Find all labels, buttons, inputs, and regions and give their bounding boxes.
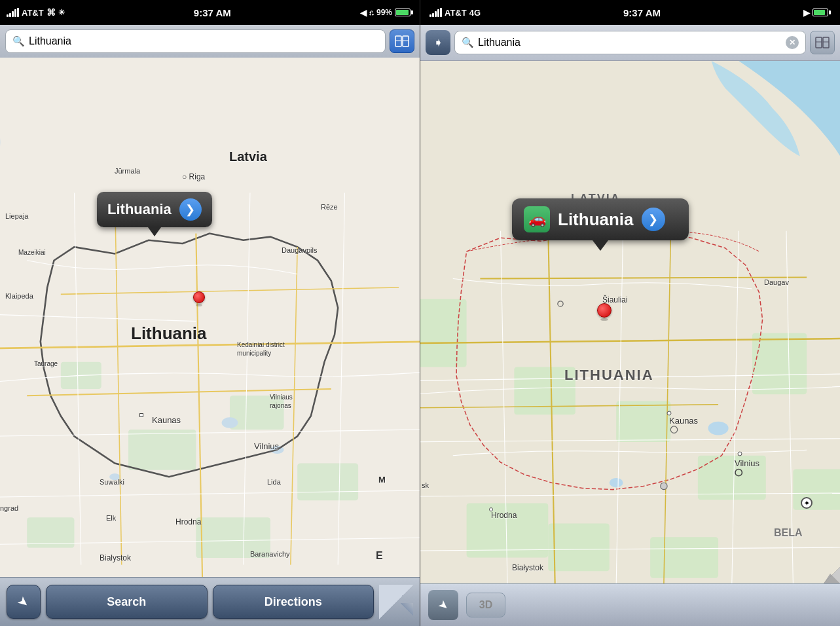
location-icon-left: ◀ xyxy=(360,8,367,18)
svg-rect-5 xyxy=(128,430,196,470)
circle-marker-left xyxy=(139,413,143,417)
search-icon-left: 🔍 xyxy=(12,35,25,47)
circle-star-right: ✦ xyxy=(801,497,813,509)
book-icon-right xyxy=(815,37,830,48)
right-panel: AT&T 4G 9:37 AM ▶ ➧ 🔍 Lithuania ✕ xyxy=(420,0,840,626)
map-left[interactable]: Latvia Jūrmala ○ Riga Jelgava Rēze Liepa… xyxy=(0,58,420,577)
right-status-icons-right: ▶ xyxy=(803,8,831,18)
status-bar-left: AT&T ⌘ ✳ 9:37 AM ◀ ⎌ 99% xyxy=(0,0,420,25)
directions-button-left[interactable]: Directions xyxy=(213,585,374,619)
battery-right xyxy=(813,9,831,16)
callout-arrow-left: ❯ xyxy=(179,198,202,221)
svg-point-13 xyxy=(109,473,120,480)
svg-rect-28 xyxy=(823,37,829,48)
directions-icon-right[interactable]: ➧ xyxy=(426,30,450,55)
svg-rect-1 xyxy=(403,36,409,46)
location-icon-right-btn: ➤ xyxy=(435,597,452,614)
loading-icon-left: ✳ xyxy=(58,8,65,17)
svg-rect-39 xyxy=(548,524,610,572)
svg-point-59 xyxy=(661,483,667,489)
map-right[interactable]: Baltic LATVIA Daugav Šiauliai LITHUANIA … xyxy=(420,61,840,583)
left-status-icons: AT&T ⌘ ✳ xyxy=(7,7,65,18)
carrier-right: AT&T xyxy=(445,8,467,18)
page-curl-button-left[interactable] xyxy=(379,585,413,619)
status-bar-right: AT&T 4G 9:37 AM ▶ xyxy=(420,0,840,25)
svg-rect-10 xyxy=(196,517,270,558)
callout-right[interactable]: 🚗 Lithuania ❯ xyxy=(512,198,689,240)
callout-text-right: Lithuania xyxy=(558,210,634,230)
battery-percent-left: 99% xyxy=(376,8,392,17)
svg-rect-34 xyxy=(616,401,670,442)
time-left: 9:37 AM xyxy=(194,7,231,18)
location-icon-left-btn: ➤ xyxy=(14,592,33,611)
svg-point-42 xyxy=(610,478,623,488)
callout-arrow-right: ❯ xyxy=(642,208,665,231)
search-bar-left: 🔍 Lithuania xyxy=(0,25,420,58)
svg-rect-33 xyxy=(514,367,575,415)
svg-rect-37 xyxy=(650,537,718,578)
wifi-icon-left: ⌘ xyxy=(46,7,56,18)
location-icon-right-status: ▶ xyxy=(803,8,810,18)
svg-point-11 xyxy=(222,417,238,428)
car-icon-box-right: 🚗 xyxy=(524,206,550,232)
svg-rect-6 xyxy=(230,396,284,430)
svg-rect-27 xyxy=(816,37,822,48)
svg-rect-35 xyxy=(698,456,766,500)
callout-text-left: Lithuania xyxy=(107,201,172,218)
book-icon-left xyxy=(395,35,409,47)
network-icon-left: ⎌ xyxy=(369,9,374,16)
location-button-left[interactable]: ➤ xyxy=(7,585,41,619)
toolbar-left: ➤ Search Directions xyxy=(0,577,420,626)
circle-kaunas-right xyxy=(667,411,672,416)
signal-bars-left xyxy=(7,8,19,17)
circle-vilnius-right xyxy=(738,452,742,456)
svg-rect-0 xyxy=(395,36,401,46)
right-status-icons-left: ◀ ⎌ 99% xyxy=(360,8,413,18)
page-curl-svg-right xyxy=(807,551,840,583)
bookmarks-button-left[interactable] xyxy=(390,29,414,53)
pin-right xyxy=(597,303,612,321)
circle-hrodna-right xyxy=(489,507,493,511)
search-button-left[interactable]: Search xyxy=(46,585,208,619)
left-panel: AT&T ⌘ ✳ 9:37 AM ◀ ⎌ 99% 🔍 Lithuania xyxy=(0,0,420,626)
bookmarks-button-right[interactable] xyxy=(810,31,835,54)
time-right: 9:37 AM xyxy=(623,7,661,18)
page-curl-icon xyxy=(379,585,413,619)
map-svg-right xyxy=(420,61,840,583)
clear-icon-right: ✕ xyxy=(789,38,795,47)
search-bar-right: ➧ 🔍 Lithuania ✕ xyxy=(420,25,840,61)
toolbar-right: ➤ 3D xyxy=(420,583,840,626)
svg-point-41 xyxy=(708,422,728,435)
signal-bars-right xyxy=(429,8,442,17)
search-button-label-left: Search xyxy=(107,595,146,609)
page-curl-right[interactable] xyxy=(807,551,840,583)
search-icon-right: 🔍 xyxy=(462,37,474,48)
callout-left[interactable]: Lithuania ❯ xyxy=(97,192,212,227)
carrier-left: AT&T xyxy=(22,8,44,18)
search-input-container-right[interactable]: 🔍 Lithuania ✕ xyxy=(454,31,806,54)
clear-button-right[interactable]: ✕ xyxy=(786,36,799,49)
three-d-label-right: 3D xyxy=(479,599,492,611)
left-status-icons-right: AT&T 4G xyxy=(429,8,481,18)
svg-rect-38 xyxy=(752,333,807,395)
battery-left xyxy=(395,9,413,16)
location-button-right[interactable]: ➤ xyxy=(428,590,458,620)
svg-rect-36 xyxy=(467,503,549,557)
network-type-right: 4G xyxy=(469,8,481,18)
directions-button-label-left: Directions xyxy=(265,595,322,609)
map-svg-left xyxy=(0,58,420,577)
svg-rect-40 xyxy=(793,469,840,509)
three-d-button-right[interactable]: 3D xyxy=(466,593,505,617)
svg-rect-8 xyxy=(297,464,358,501)
search-input-container-left[interactable]: 🔍 Lithuania xyxy=(5,29,386,53)
search-query-left: Lithuania xyxy=(29,35,71,47)
pin-left xyxy=(193,291,205,306)
car-icon-right: 🚗 xyxy=(528,211,546,228)
search-query-right: Lithuania xyxy=(478,37,782,48)
